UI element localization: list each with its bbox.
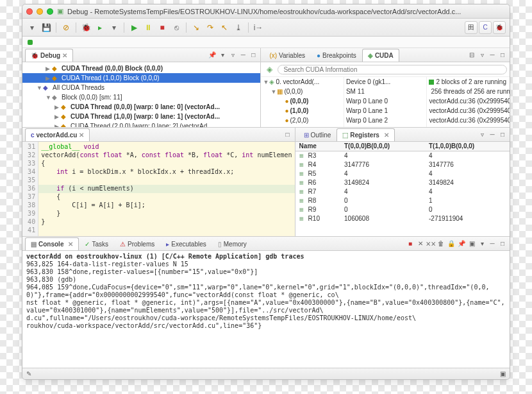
minimize-icon[interactable] (37, 8, 43, 15)
tab-outline[interactable]: ⊞Outline (298, 128, 337, 141)
close-tab-icon[interactable]: ✕ (62, 52, 67, 59)
maximize-view-button[interactable]: □ (498, 239, 507, 248)
tab-variables[interactable]: (x)Variables (263, 49, 311, 62)
debug-perspective-button[interactable]: 🐞 (493, 21, 506, 34)
register-row[interactable]: ⁞⁞⁞R344 (295, 151, 510, 160)
col-t0[interactable]: T(0,0,0)B(0,0,0) (340, 142, 425, 151)
register-row[interactable]: ⁞⁞⁞R101060608-271911904 (295, 214, 510, 223)
tab-source-file-label: vectorAdd.cu (37, 132, 78, 139)
pin-icon[interactable]: 📌 (208, 51, 217, 60)
debug-tree-row[interactable]: ▼◆All CUDA Threads (22, 83, 260, 92)
open-console-button[interactable]: ▾ (478, 239, 486, 248)
skip-breakpoints-button[interactable]: ⊘ (60, 22, 72, 33)
step-over-button[interactable]: ↷ (204, 22, 216, 33)
debug-tree-row[interactable]: ▶◆CUDA Thread (0,0,0) [warp: 0 lane: 0] … (22, 102, 260, 112)
terminate-button[interactable]: ■ (156, 22, 168, 33)
resume-button[interactable]: ▶ (128, 22, 140, 33)
register-row[interactable]: ⁞⁞⁞R801 (295, 196, 510, 205)
register-row[interactable]: ⁞⁞⁞R544 (295, 169, 510, 178)
close-tab-icon[interactable]: ✕ (384, 132, 389, 139)
collapse-button[interactable]: ⊟ (467, 51, 476, 60)
col-t1[interactable]: T(1,0,0)B(0,0,0) (425, 142, 510, 151)
tab-problems-label: Problems (128, 241, 154, 248)
debug-button[interactable]: 🐞 (80, 22, 92, 33)
console-icon: ▤ (31, 241, 37, 248)
view-menu-button[interactable]: ▿ (478, 130, 486, 139)
zoom-icon[interactable] (47, 8, 53, 15)
titlebar[interactable]: ▣ Debug - RemoteSystemsTempFiles/EOSTROU… (22, 4, 510, 19)
debug-tree-row[interactable]: ▶◆CUDA Thread (2,0,0) [warp: 0 lane: 2] … (22, 121, 260, 127)
tab-problems[interactable]: ⚠Problems (114, 237, 160, 250)
save-button[interactable]: 💾 (40, 22, 52, 33)
tab-memory[interactable]: ▯Memory (212, 237, 253, 250)
col-name[interactable]: Name (295, 142, 340, 151)
register-row[interactable]: ⁞⁞⁞R631498243149824 (295, 178, 510, 187)
console-line: nst float * @generic, float * @generic, … (26, 299, 506, 314)
open-perspective-button[interactable]: 田 (465, 21, 478, 34)
tab-source-file[interactable]: c vectorAdd.cu ✕ (25, 128, 90, 141)
tab-tasks[interactable]: ✓Tasks (79, 237, 114, 250)
cuda-info-button[interactable]: ◈ (263, 64, 275, 75)
step-return-button[interactable]: ↖ (219, 22, 230, 33)
clear-console-button[interactable]: 🗑 (436, 239, 445, 248)
register-row[interactable]: ⁞⁞⁞R431477763147776 (295, 160, 510, 169)
step-into-button[interactable]: ↘ (190, 22, 202, 33)
maximize-view-button[interactable]: □ (498, 130, 507, 139)
suspend-button[interactable]: ⏸ (142, 22, 154, 33)
instruction-stepping-button[interactable]: i→ (253, 22, 264, 33)
view-menu-button[interactable]: ▿ (478, 51, 486, 60)
minimize-view-button[interactable]: ─ (488, 239, 497, 248)
debug-tree-row[interactable]: ▶◆CUDA Thread (1,0,0) Block (0,0,0) (22, 73, 260, 83)
cuda-tree-row[interactable]: ●(1,0,0) (261, 106, 344, 116)
register-row[interactable]: ⁞⁞⁞R900 (295, 205, 510, 214)
main-toolbar: ▾ 💾 ⊘ 🐞 ▸ ▾ ▶ ⏸ ■ ⎋ ↘ ↷ ↖ ⤓ i→ 田 C 🐞 (22, 19, 510, 37)
new-button[interactable]: ▾ (26, 22, 38, 33)
cuda-tree-row[interactable]: ▼▦(0,0,0) (261, 87, 344, 96)
code-editor[interactable]: 3132333435363738394041 __global__ voidve… (22, 142, 295, 236)
maximize-view-button[interactable]: □ (498, 51, 507, 60)
debug-tree-row[interactable]: ▼◆Block (0,0,0) [sm: 11] (22, 92, 260, 102)
status-progress-icon[interactable]: ▣ (500, 370, 506, 377)
remove-all-button[interactable]: ⨯⨯ (426, 239, 435, 248)
debug-tree[interactable]: ▶◆CUDA Thread (0,0,0) Block (0,0,0)▶◆CUD… (22, 62, 260, 127)
tab-console[interactable]: ▤Console✕ (25, 237, 79, 250)
tab-executables[interactable]: ▸Executables (160, 237, 212, 250)
remove-launch-button[interactable]: ✕ (416, 239, 425, 248)
tab-breakpoints[interactable]: ●Breakpoints (311, 49, 362, 62)
debug-tree-row[interactable]: ▶◆CUDA Thread (0,0,0) Block (0,0,0) (22, 64, 260, 73)
pin-console-button[interactable]: 📌 (457, 239, 466, 248)
close-icon[interactable] (26, 8, 33, 15)
cuda-tree-row[interactable]: ●(0,0,0) (261, 96, 344, 106)
minimize-view-button[interactable]: ─ (488, 51, 497, 60)
close-tab-icon[interactable]: ✕ (79, 132, 84, 139)
registers-table[interactable]: Name T(0,0,0)B(0,0,0) T(1,0,0)B(0,0,0) ⁞… (295, 142, 510, 236)
search-input[interactable] (278, 65, 507, 74)
run-button[interactable]: ▸ (94, 22, 106, 33)
terminate-console-button[interactable]: ■ (406, 239, 415, 248)
register-row[interactable]: ⁞⁞⁞R744 (295, 187, 510, 196)
maximize-view-button[interactable]: □ (249, 51, 258, 60)
tab-cuda[interactable]: ◈CUDA (362, 49, 399, 62)
view-menu-button[interactable]: ▿ (228, 51, 237, 60)
scroll-lock-button[interactable]: 🔒 (447, 239, 456, 248)
tab-registers[interactable]: ⬚Registers✕ (337, 128, 395, 141)
cuda-tree-row[interactable]: ●(2,0,0) (261, 116, 344, 125)
tab-debug[interactable]: 🐞 Debug ✕ (25, 49, 73, 62)
cuda-tree-row[interactable]: ▼◈0. vectorAdd(... (261, 77, 344, 87)
drop-to-frame-button[interactable]: ⤓ (233, 22, 244, 33)
disconnect-button[interactable]: ⎋ (170, 22, 182, 33)
debug-tree-row[interactable]: ▶◆CUDA Thread (1,0,0) [warp: 0 lane: 1] … (22, 112, 260, 121)
cpp-perspective-button[interactable]: C (479, 21, 492, 34)
cuda-info-row: Warp 0 Lane 1 (344, 106, 427, 116)
editor-pane: c vectorAdd.cu ✕ □ 313233343536373839404… (22, 128, 295, 236)
minimize-view-button[interactable]: ─ (238, 51, 247, 60)
maximize-editor-button[interactable]: □ (283, 130, 292, 139)
debug-dropdown-button[interactable]: ▾ (218, 51, 227, 60)
close-tab-icon[interactable]: ✕ (68, 241, 73, 248)
display-console-button[interactable]: ▣ (467, 239, 476, 248)
minimize-view-button[interactable]: ─ (488, 130, 497, 139)
console-output[interactable]: vectorAdd on eostroukhov-linux (1) [C/C+… (22, 251, 510, 368)
profile-button[interactable]: ▾ (108, 22, 120, 33)
cuda-tree-col[interactable]: ▼◈0. vectorAdd(...▼▦(0,0,0)●(0,0,0)●(1,0… (261, 77, 344, 127)
cuda-pane: (x)Variables ●Breakpoints ◈CUDA ⊟ ▿ ─ □ … (261, 48, 510, 127)
